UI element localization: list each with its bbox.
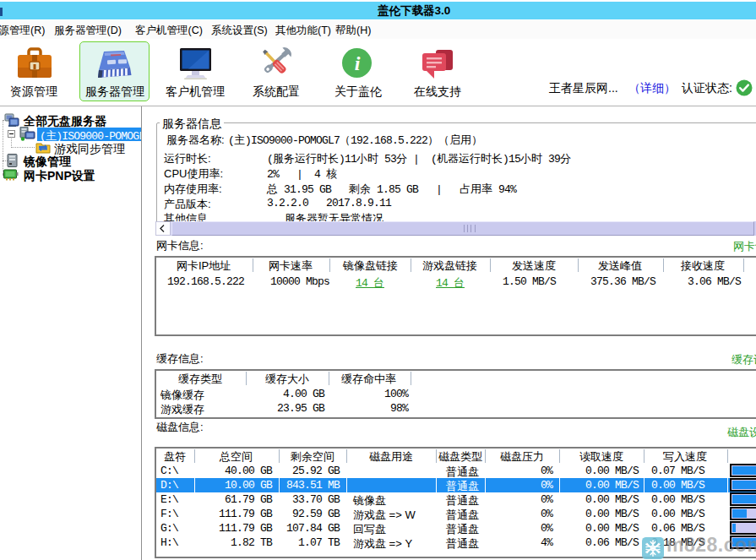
svg-text:i: i	[355, 52, 361, 74]
